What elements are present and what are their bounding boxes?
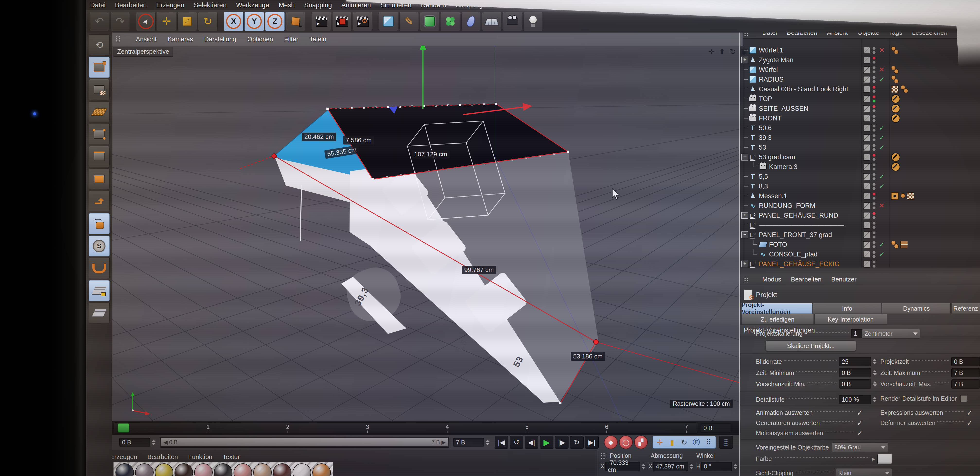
material-swatch[interactable] [312,463,331,476]
phong-tags[interactable] [891,46,898,54]
object-name[interactable]: 5,5 [759,173,768,181]
points-mode-button[interactable] [89,124,110,145]
timeline-end-field[interactable]: 0 B [701,423,731,433]
expander-plus-icon[interactable]: + [741,57,748,63]
material-menu-bearbeiten[interactable]: Bearbeiten [147,453,178,461]
visibility-dots[interactable] [873,154,875,161]
light-button[interactable] [523,12,543,31]
timeline-ruler[interactable]: 1234567 [114,422,698,433]
camera-perspective-label[interactable]: Zentralperspektive [113,47,173,57]
object-name[interactable]: 53 [759,144,766,151]
viewport-3d[interactable] [112,46,739,421]
lock-y-axis-button[interactable]: Y [245,12,264,31]
subdivision-surface-button[interactable] [420,12,439,31]
material-menu-textur[interactable]: Textur [223,453,240,461]
material-menu-funktion[interactable]: Funktion [188,453,212,461]
visibility-dots[interactable] [873,86,875,93]
enable-status[interactable]: ✓ [878,144,886,151]
object-row[interactable]: TOP [740,94,980,104]
visibility-dots[interactable] [873,222,875,229]
vertex-point[interactable] [593,340,598,344]
undo-button[interactable]: ↶ [90,12,109,31]
angle-h-field[interactable]: 0 ° [701,462,732,471]
material-swatch[interactable] [234,463,252,476]
layer-toggle[interactable] [863,47,870,54]
object-name[interactable]: 50,6 [759,124,772,132]
visibility-dots[interactable] [873,173,875,180]
attribute-menu-benutzer[interactable]: Benutzer [831,276,856,283]
position-x-field[interactable]: -70.333 cm [605,462,640,471]
scale-tool-button[interactable]: ⤢ [177,12,197,31]
object-row[interactable]: ♟Casual 03b - Stand Look Right [740,84,980,94]
render-view-button[interactable]: ▶ [312,12,331,31]
layer-toggle[interactable] [863,144,870,151]
object-name[interactable]: Kamera.3 [769,163,797,171]
object-row[interactable]: ∿CONSOLE_pfad✓ [740,249,980,259]
layer-toggle[interactable] [863,183,870,190]
visibility-dots[interactable] [873,95,875,103]
render-picture-viewer-button[interactable]: ▶ [332,12,352,31]
object-color-dropdown[interactable]: 80% Grau [832,443,888,452]
timeline-scrollbar[interactable]: ◀ 0 B7 B ▶ [160,437,449,447]
display-tag[interactable] [891,192,899,200]
lock-z-axis-button[interactable]: Z [265,12,285,31]
menu-bearbeiten[interactable]: Bearbeiten [115,2,147,9]
object-name[interactable]: FRONT [759,115,781,122]
range-end-field[interactable]: 7 B [453,438,484,447]
object-row[interactable]: T39,3✓ [740,133,980,143]
visibility-dots[interactable] [873,260,875,268]
checkmark-icon[interactable]: ✓ [967,408,973,417]
floor-button[interactable] [482,12,501,31]
snapping-magnet-button[interactable] [89,258,110,279]
visibility-dots[interactable] [873,105,875,112]
viewport-menu-tafeln[interactable]: Tafeln [309,35,326,43]
scene-camera-button[interactable] [503,12,522,31]
model-mode-button[interactable] [89,57,110,78]
keyframe-panel-button[interactable]: ⣿ [719,436,733,449]
polygons-mode-button[interactable] [89,168,110,189]
protection-tag[interactable] [891,162,900,171]
enable-status[interactable]: ✕ [878,202,886,209]
visibility-dots[interactable] [873,163,875,170]
enable-status[interactable]: ✓ [878,134,886,141]
tab-projekt-voreinstellungen[interactable]: Projekt-Voreinstellungen [741,303,812,314]
attribute-menu-bearbeiten[interactable]: Bearbeiten [791,276,821,283]
phong-tags[interactable] [891,75,898,84]
object-row[interactable]: T50,6✓ [740,123,980,133]
object-name[interactable]: 39,3 [759,134,772,141]
object-row[interactable]: −L0PANEL_FRONT_37 grad [740,230,980,240]
phong-tags[interactable] [900,85,908,93]
spinner-icon[interactable] [485,438,490,447]
menu-werkzeuge[interactable]: Werkzeuge [236,2,269,9]
visibility-dots[interactable] [873,251,875,258]
goto-end-button[interactable]: ▶| [585,436,599,449]
value-field[interactable]: 7 B [951,379,980,389]
current-frame-field[interactable]: 0 B [119,438,150,447]
spinner-icon[interactable] [641,462,646,471]
material-swatch[interactable] [194,463,213,476]
tab-info[interactable]: Info [813,303,881,314]
object-name[interactable]: CONSOLE_pfad [769,251,818,258]
play-forwards-button[interactable]: ▶ [540,436,554,449]
layer-toggle[interactable] [863,222,870,229]
protection-tag[interactable] [891,114,900,123]
enable-status[interactable]: ✕ [878,66,886,74]
enable-status[interactable]: ✓ [878,251,886,258]
spinner-icon[interactable] [733,462,738,471]
layer-toggle[interactable] [863,202,870,209]
object-row[interactable]: FRONT [740,113,980,123]
layer-toggle[interactable] [863,115,870,122]
expander-minus-icon[interactable]: − [741,232,748,238]
coordinate-system-button[interactable]: ↳ [286,12,305,31]
menu-animieren[interactable]: Animieren [342,2,371,9]
visibility-dots[interactable] [873,212,875,219]
visibility-dots[interactable] [873,57,875,63]
tab-zu-erledigen[interactable]: Zu erledigen [741,314,814,325]
layer-toggle[interactable] [863,260,870,268]
material-swatch[interactable] [115,463,134,476]
material-swatch[interactable] [175,463,193,476]
expander-minus-icon[interactable]: − [741,154,748,160]
move-tool-button[interactable]: ✛ [157,12,176,31]
visibility-dots[interactable] [873,134,875,141]
panel-handle-icon[interactable] [115,36,121,42]
